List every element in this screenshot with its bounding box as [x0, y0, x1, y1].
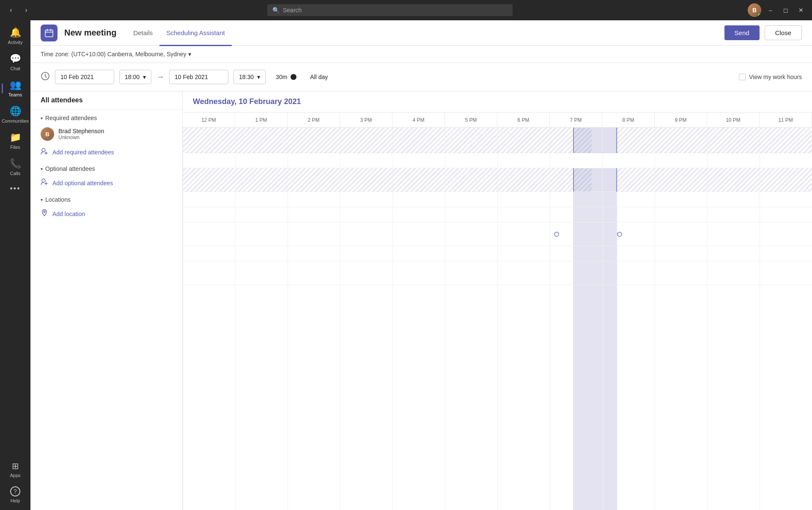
add-required-attendees-row[interactable]: Add required attendees: [30, 144, 182, 160]
avatar[interactable]: B: [748, 3, 761, 17]
day-header: Wednesday, 10 February 2021: [193, 97, 301, 106]
start-time[interactable]: 18:00 ▾: [119, 70, 151, 84]
sidebar-item-activity[interactable]: 🔔 Activity: [2, 24, 29, 48]
sidebar-label-apps: Apps: [10, 473, 20, 478]
optional-label: Optional attendees: [45, 165, 95, 172]
header-actions: Send Close: [724, 25, 802, 40]
duration-dot: [291, 74, 296, 80]
end-time[interactable]: 18:30 ▾: [233, 70, 266, 84]
time-header-10pm: 10 PM: [707, 112, 760, 127]
search-input[interactable]: [283, 7, 508, 14]
time-header-11pm: 11 PM: [760, 112, 812, 127]
activity-icon: 🔔: [10, 27, 21, 38]
arrow-separator: →: [156, 73, 164, 82]
tab-scheduling[interactable]: Scheduling Assistant: [159, 21, 231, 46]
attendee-name-brad: Brad Stephenson: [58, 128, 104, 134]
duration-badge: 30m: [271, 71, 302, 83]
teams-icon: 👥: [10, 80, 21, 90]
all-attendees-section: All attendees: [30, 91, 182, 110]
add-required-icon: [41, 148, 48, 157]
tabs: Details Scheduling Assistant: [126, 20, 231, 46]
locations-header[interactable]: ▾ Locations: [30, 191, 182, 206]
sidebar-item-communities[interactable]: 🌐 Communities: [2, 102, 29, 127]
timezone-dropdown[interactable]: Time zone: (UTC+10:00) Canberra, Melbour…: [41, 51, 191, 58]
locations-chevron: ▾: [41, 197, 43, 202]
start-time-chevron: ▾: [143, 74, 146, 80]
sidebar-item-help[interactable]: ? Help: [2, 483, 29, 507]
close-button[interactable]: ✕: [795, 4, 807, 16]
sidebar: 🔔 Activity 💬 Chat 👥 Teams 🌐 Communities …: [0, 20, 30, 510]
attendee-row-brad[interactable]: B Brad Stephenson Unknown: [30, 124, 182, 144]
help-icon: ?: [10, 486, 20, 496]
end-time-value: 18:30: [239, 74, 254, 80]
title-bar-left: ‹ ›: [5, 4, 32, 16]
tab-details[interactable]: Details: [126, 21, 159, 46]
view-work-hours[interactable]: View my work hours: [739, 74, 802, 80]
time-header-5pm: 5 PM: [445, 112, 497, 127]
time-header-3pm: 3 PM: [340, 112, 392, 127]
timezone-chevron: ▾: [188, 51, 191, 58]
attendee-info-brad: Brad Stephenson Unknown: [58, 128, 104, 140]
clock-icon: [41, 71, 50, 83]
svg-point-13: [44, 211, 45, 213]
time-header-8pm: 8 PM: [602, 112, 655, 127]
all-attendees-label: All attendees: [41, 96, 83, 104]
back-button[interactable]: ‹: [5, 4, 17, 16]
timezone-label: Time zone: (UTC+10:00) Canberra, Melbour…: [41, 51, 187, 58]
search-icon: 🔍: [272, 7, 280, 14]
sidebar-item-calls[interactable]: 📞 Calls: [2, 155, 29, 179]
presence-badge: [757, 13, 761, 17]
sidebar-item-apps[interactable]: ⊞ Apps: [2, 458, 29, 481]
communities-icon: 🌐: [10, 106, 21, 117]
time-header-6pm: 6 PM: [497, 112, 550, 127]
end-time-chevron: ▾: [257, 74, 260, 80]
files-icon: 📁: [10, 132, 21, 143]
required-attendees-header[interactable]: ▾ Required attendees: [30, 110, 182, 124]
sidebar-item-teams[interactable]: 👥 Teams: [2, 76, 29, 101]
left-panel: All attendees ▾ Required attendees B Bra…: [30, 91, 183, 510]
sidebar-label-activity: Activity: [8, 40, 23, 45]
sidebar-item-files[interactable]: 📁 Files: [2, 129, 29, 153]
required-label: Required attendees: [45, 115, 97, 121]
add-location-label: Add location: [52, 211, 85, 217]
sidebar-label-help: Help: [11, 498, 20, 503]
sidebar-label-chat: Chat: [10, 66, 20, 71]
sidebar-item-more[interactable]: •••: [2, 181, 29, 197]
meeting-title: New meeting: [64, 28, 116, 38]
app-body: 🔔 Activity 💬 Chat 👥 Teams 🌐 Communities …: [0, 20, 812, 510]
view-hours-checkbox[interactable]: [739, 74, 746, 80]
forward-button[interactable]: ›: [20, 4, 32, 16]
content-area: New meeting Details Scheduling Assistant…: [30, 20, 812, 510]
add-optional-label: Add optional attendees: [52, 180, 113, 186]
datetime-row: 10 Feb 2021 18:00 ▾ → 10 Feb 2021 18:30 …: [30, 63, 812, 91]
add-location-row[interactable]: Add location: [30, 206, 182, 222]
view-hours-label: View my work hours: [749, 74, 802, 80]
end-date[interactable]: 10 Feb 2021: [169, 70, 228, 84]
minimize-button[interactable]: –: [765, 4, 776, 16]
add-optional-attendees-row[interactable]: Add optional attendees: [30, 175, 182, 191]
add-optional-icon: [41, 178, 48, 188]
time-header-9pm: 9 PM: [655, 112, 707, 127]
optional-attendees-header[interactable]: ▾ Optional attendees: [30, 160, 182, 175]
timezone-bar: Time zone: (UTC+10:00) Canberra, Melbour…: [30, 46, 812, 63]
duration-value: 30m: [276, 74, 287, 80]
add-required-label: Add required attendees: [52, 149, 114, 156]
time-header-1pm: 1 PM: [235, 112, 288, 127]
start-time-value: 18:00: [125, 74, 140, 80]
all-day-label: All day: [310, 74, 328, 80]
day-label-row: Wednesday, 10 February 2021: [183, 91, 812, 112]
close-meeting-button[interactable]: Close: [765, 25, 802, 40]
right-section: Wednesday, 10 February 2021 12 PM1 PM2 P…: [183, 91, 812, 510]
required-chevron: ▾: [41, 116, 43, 121]
start-date[interactable]: 10 Feb 2021: [55, 70, 114, 84]
restore-button[interactable]: ◻: [780, 4, 792, 16]
sidebar-item-chat[interactable]: 💬 Chat: [2, 50, 29, 74]
send-button[interactable]: Send: [724, 25, 760, 40]
title-bar: ‹ › 🔍 B – ◻ ✕: [0, 0, 812, 20]
header-bar: New meeting Details Scheduling Assistant…: [30, 20, 812, 46]
location-icon: [41, 209, 48, 219]
chat-icon: 💬: [10, 53, 21, 64]
time-header-2pm: 2 PM: [288, 112, 340, 127]
svg-rect-0: [45, 30, 53, 37]
optional-chevron: ▾: [41, 167, 43, 171]
